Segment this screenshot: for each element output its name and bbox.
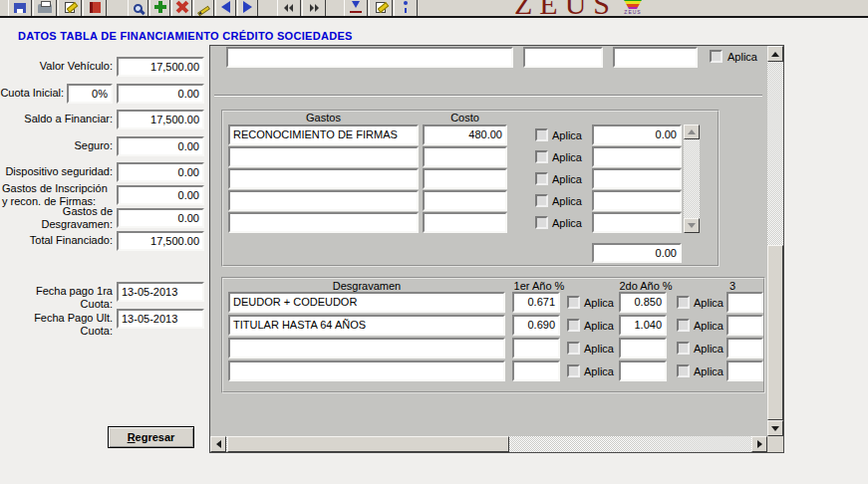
gasto-costo-field[interactable]	[423, 212, 507, 233]
year2-aplica-checkbox[interactable]	[677, 319, 690, 332]
desgravamen-name-field[interactable]: DEUDOR + CODEUDOR	[228, 292, 505, 313]
gasto-aplica-checkbox[interactable]	[535, 150, 548, 163]
edit-record-button[interactable]	[193, 0, 214, 17]
cuota-inicial-percent-field[interactable]: 0%	[67, 84, 113, 104]
top-row-value1-field[interactable]	[523, 47, 603, 68]
year1-aplica-label: Aplica	[584, 365, 614, 378]
gasto-aplica-checkbox[interactable]	[535, 172, 548, 185]
next-record-icon	[243, 1, 252, 13]
scroll-up-button[interactable]	[767, 46, 783, 62]
search-button[interactable]	[128, 0, 148, 17]
exit-button[interactable]	[83, 0, 107, 17]
cuota-inicial-label: Cuota Inicial:	[0, 87, 64, 100]
scroll-right-button[interactable]	[751, 436, 767, 452]
cuota-inicial-field[interactable]: 0.00	[117, 84, 204, 104]
gasto-aplica-checkbox[interactable]	[535, 194, 548, 207]
gasto-costo-field[interactable]	[423, 168, 507, 189]
seguro-field[interactable]: 0.00	[117, 136, 204, 156]
desgravamen-name-field[interactable]	[228, 338, 505, 359]
desgravamen-name-field[interactable]	[228, 361, 505, 381]
first-record-button[interactable]	[277, 0, 301, 17]
gastos-scrollbar[interactable]	[684, 124, 700, 233]
gasto-value-field[interactable]	[592, 212, 682, 233]
gasto-costo-field[interactable]	[423, 190, 507, 211]
notes-button[interactable]	[369, 0, 393, 17]
year1-aplica-checkbox[interactable]	[567, 319, 580, 332]
saldo-financiar-field[interactable]: 17,500.00	[117, 110, 204, 129]
vertical-scroll-thumb[interactable]	[767, 245, 783, 420]
fecha-primera-field[interactable]: 13-05-2013	[117, 282, 204, 302]
desgravamen-year2-field[interactable]	[619, 361, 667, 381]
dispositivo-field[interactable]: 0.00	[117, 162, 204, 182]
desgravamen-name-field[interactable]: TITULAR HASTA 64 AÑOS	[228, 315, 505, 336]
edit-document-button[interactable]	[58, 0, 82, 17]
gasto-aplica-checkbox[interactable]	[535, 128, 548, 141]
top-row-value2-field[interactable]	[613, 47, 698, 68]
gastos-inscripcion-field[interactable]: 0.00	[117, 185, 204, 205]
gasto-costo-field[interactable]: 480.00	[423, 124, 507, 145]
gasto-value-field[interactable]	[592, 190, 682, 211]
horizontal-scroll-thumb[interactable]	[227, 436, 509, 452]
year1-aplica-label: Aplica	[584, 320, 614, 333]
top-row-name-field[interactable]	[226, 47, 513, 68]
fecha-ultima-label: Fecha Pago Ult. Cuota:	[2, 312, 113, 338]
desgravamen-year1-field[interactable]: 0.671	[512, 292, 560, 313]
gasto-aplica-checkbox[interactable]	[535, 216, 548, 229]
year2-aplica-checkbox[interactable]	[677, 364, 690, 377]
desgravamen-year2-field[interactable]	[619, 338, 667, 359]
gasto-name-field[interactable]: RECONOCIMIENTO DE FIRMAS	[228, 124, 419, 145]
fecha-ultima-field[interactable]: 13-05-2013	[117, 309, 204, 329]
desgravamen-year3-field[interactable]	[726, 315, 763, 336]
total-financiado-label: Total Financiado:	[2, 234, 113, 247]
gastos-panel: Gastos Costo RECONOCIMIENTO DE FIRMAS 48…	[221, 110, 720, 267]
gasto-aplica-label: Aplica	[552, 129, 582, 142]
gasto-value-field[interactable]: 0.00	[592, 124, 682, 145]
year1-aplica-label: Aplica	[584, 297, 614, 310]
desgravamen-column-header: Desgravamen	[228, 280, 505, 292]
desgravamen-year2-field[interactable]: 0.850	[619, 292, 667, 313]
info-icon	[403, 1, 409, 13]
year1-aplica-checkbox[interactable]	[567, 296, 580, 309]
scroll-left-button[interactable]	[210, 436, 226, 452]
top-row-aplica-checkbox[interactable]	[710, 50, 723, 63]
gasto-value-field[interactable]	[592, 146, 682, 167]
gasto-name-field[interactable]	[228, 212, 419, 233]
scroll-down-button[interactable]	[767, 420, 783, 436]
desgravamen-panel: Desgravamen 1er Año % 2do Año % 3 DEUDOR…	[221, 277, 765, 393]
gasto-costo-field[interactable]	[423, 146, 507, 167]
gastos-total-field[interactable]: 0.00	[592, 243, 682, 263]
valor-vehiculo-field[interactable]: 17,500.00	[117, 57, 204, 77]
desgravamen-year3-field[interactable]	[726, 338, 763, 359]
regresar-button[interactable]: Regresar	[108, 426, 194, 448]
print-button[interactable]	[33, 0, 57, 17]
gastos-scroll-up-button[interactable]	[684, 124, 700, 139]
gasto-value-field[interactable]	[592, 168, 682, 189]
previous-record-button[interactable]	[215, 0, 236, 17]
import-button[interactable]	[344, 0, 368, 17]
next-record-button[interactable]	[237, 0, 258, 17]
desgravamen-year1-field[interactable]	[512, 361, 560, 381]
desgravamen-year2-field[interactable]: 1.040	[619, 315, 667, 336]
gastos-desgravamen-field[interactable]: 0.00	[117, 208, 204, 228]
year2-aplica-checkbox[interactable]	[677, 342, 690, 355]
gastos-scroll-down-button[interactable]	[684, 218, 700, 233]
desgravamen-year1-field[interactable]: 0.690	[512, 315, 560, 336]
year1-aplica-checkbox[interactable]	[567, 364, 580, 377]
gasto-name-field[interactable]	[228, 146, 419, 167]
year2-aplica-checkbox[interactable]	[677, 296, 690, 309]
gasto-name-field[interactable]	[228, 168, 419, 189]
desgravamen-year1-field[interactable]	[512, 338, 560, 359]
total-financiado-field[interactable]: 17,500.00	[117, 231, 204, 251]
save-button[interactable]	[8, 0, 32, 17]
delete-record-button[interactable]	[171, 0, 192, 17]
desgravamen-year3-field[interactable]	[726, 361, 763, 381]
add-record-button[interactable]	[149, 0, 170, 17]
costo-column-header: Costo	[423, 112, 507, 123]
gasto-aplica-label: Aplica	[552, 195, 582, 208]
desgravamen-year3-field[interactable]	[726, 292, 763, 313]
year1-aplica-checkbox[interactable]	[567, 342, 580, 355]
info-button[interactable]	[394, 0, 418, 17]
gasto-name-field[interactable]	[228, 190, 419, 211]
previous-record-icon	[221, 1, 230, 13]
last-record-button[interactable]	[302, 0, 326, 17]
